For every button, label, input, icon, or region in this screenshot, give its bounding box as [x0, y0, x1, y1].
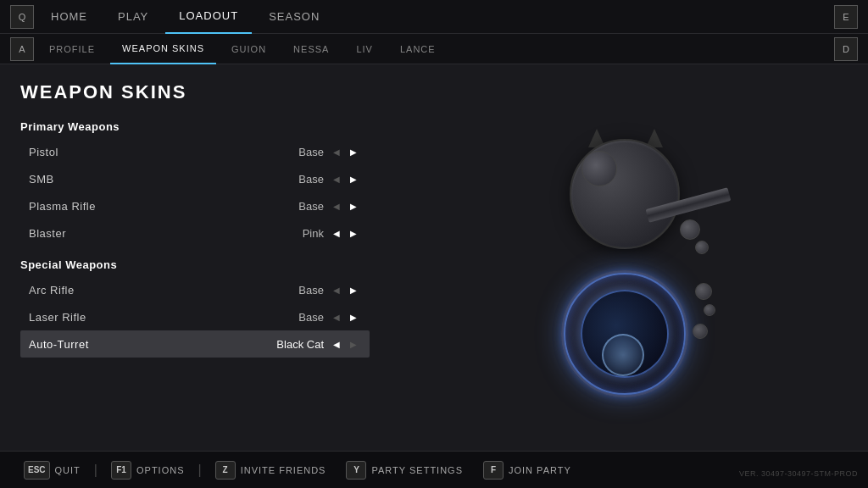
- laser-arrow-right[interactable]: [346, 309, 361, 324]
- blaster-arrows: [329, 225, 361, 241]
- key-z: Z: [215, 461, 236, 480]
- tab-nessa[interactable]: NESSA: [281, 34, 341, 64]
- smb-arrow-left[interactable]: [329, 171, 344, 186]
- top-nav: Q HOME PLAY LOADOUT SEASON E: [0, 0, 868, 34]
- laser-arrow-left[interactable]: [329, 309, 344, 324]
- key-y: Y: [346, 461, 366, 480]
- smb-arrows: [329, 171, 361, 186]
- version-text: VER. 30497-30497-STM-PROD: [739, 469, 858, 478]
- right-panel: [390, 64, 868, 451]
- laser-arrows: [329, 309, 361, 324]
- plasma-arrows: [329, 198, 361, 214]
- nav-season[interactable]: SEASON: [255, 0, 333, 34]
- arc-arrows: [329, 282, 361, 297]
- smb-arrow-right[interactable]: [346, 171, 361, 186]
- turret-arrow-right[interactable]: [346, 336, 361, 352]
- section-primary: Primary Weapons: [20, 120, 370, 133]
- arc-arrow-right[interactable]: [346, 282, 361, 297]
- arc-arrow-left[interactable]: [329, 282, 344, 297]
- weapon-plasma-rifle[interactable]: Plasma Rifle Base: [20, 192, 370, 219]
- turret-top: [570, 139, 680, 249]
- action-party-settings[interactable]: Y PARTY SETTINGS: [336, 461, 473, 480]
- nav-right-icon[interactable]: E: [834, 5, 858, 29]
- foot-glow: [602, 334, 644, 376]
- plasma-arrow-left[interactable]: [329, 198, 344, 214]
- left-panel: WEAPON SKINS Primary Weapons Pistol Base…: [0, 64, 390, 451]
- action-join-party[interactable]: F JOIN PARTY: [473, 461, 581, 480]
- pistol-arrow-right[interactable]: [346, 144, 361, 159]
- sub-nav: A PROFILE WEAPON SKINS GUION NESSA LIV L…: [0, 34, 868, 64]
- pistol-arrows: [329, 144, 361, 159]
- tab-lance[interactable]: LANCE: [388, 34, 448, 64]
- page-title: WEAPON SKINS: [20, 81, 370, 103]
- tab-liv[interactable]: LIV: [344, 34, 385, 64]
- sep-2: |: [198, 463, 202, 478]
- bottom-bar: ESC QUIT | F1 OPTIONS | Z INVITE FRIENDS…: [0, 451, 868, 488]
- blaster-arrow-right[interactable]: [346, 225, 361, 241]
- section-special: Special Weapons: [20, 258, 370, 271]
- weapon-blaster[interactable]: Blaster Pink: [20, 219, 370, 247]
- subnav-right-icon[interactable]: D: [834, 37, 858, 61]
- key-f1: F1: [111, 461, 131, 480]
- weapon-smb[interactable]: SMB Base: [20, 165, 370, 192]
- blaster-arrow-left[interactable]: [329, 225, 344, 241]
- action-quit[interactable]: ESC QUIT: [14, 461, 91, 480]
- turret-arrows: [329, 336, 361, 352]
- part-side-right-2: [704, 304, 715, 316]
- weapon-laser-rifle[interactable]: Laser Rifle Base: [20, 303, 370, 330]
- part-side-right-1: [695, 283, 712, 300]
- sep-1: |: [94, 463, 97, 478]
- plasma-arrow-right[interactable]: [346, 198, 361, 214]
- key-f: F: [483, 461, 504, 480]
- weapon-pistol[interactable]: Pistol Base: [20, 138, 370, 165]
- nav-left-icon[interactable]: Q: [10, 5, 34, 29]
- main-content: WEAPON SKINS Primary Weapons Pistol Base…: [0, 64, 868, 451]
- nav-loadout[interactable]: LOADOUT: [165, 0, 252, 34]
- part-side-right-3: [693, 324, 708, 339]
- pistol-arrow-left[interactable]: [329, 144, 344, 159]
- part-connector-1: [680, 219, 700, 240]
- key-esc: ESC: [24, 461, 50, 480]
- weapon-arc-rifle[interactable]: Arc Rifle Base: [20, 276, 370, 303]
- nav-play[interactable]: PLAY: [104, 0, 162, 34]
- tab-guion[interactable]: GUION: [220, 34, 278, 64]
- part-connector-2: [695, 241, 709, 254]
- nav-home[interactable]: HOME: [37, 0, 101, 34]
- subnav-left-icon[interactable]: A: [10, 37, 34, 61]
- tab-profile[interactable]: PROFILE: [37, 34, 107, 64]
- action-invite[interactable]: Z INVITE FRIENDS: [205, 461, 337, 480]
- weapon-auto-turret[interactable]: Auto-Turret Black Cat: [20, 330, 370, 358]
- action-options[interactable]: F1 OPTIONS: [101, 461, 195, 480]
- tab-weapon-skins[interactable]: WEAPON SKINS: [110, 34, 216, 64]
- turret-arrow-left[interactable]: [329, 336, 344, 352]
- weapon-preview: [493, 122, 765, 393]
